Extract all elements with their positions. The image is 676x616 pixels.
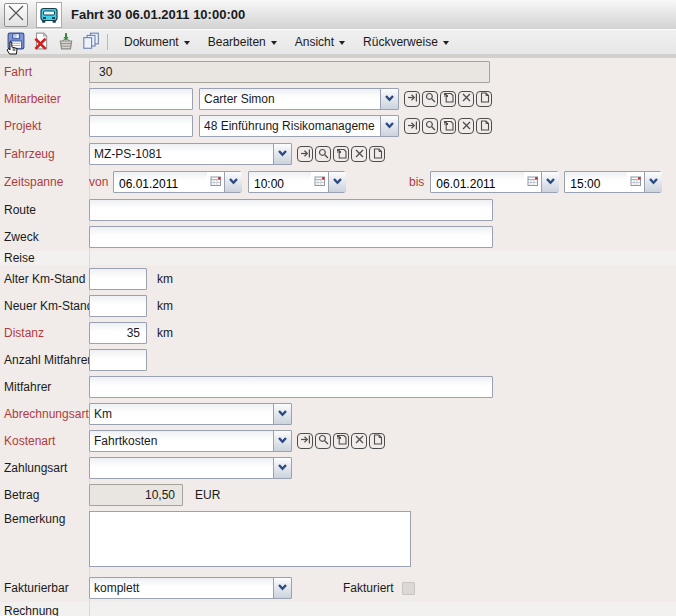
kostenart-combo-arrow[interactable] [273, 431, 291, 451]
menu-rueckverweise[interactable]: Rückverweise [363, 35, 449, 49]
bis-time-picker[interactable] [564, 171, 661, 193]
close-button[interactable] [4, 3, 28, 27]
calendar-icon-button[interactable] [524, 172, 541, 192]
copy-button[interactable] [78, 31, 103, 53]
mitarbeiter-combo-arrow[interactable] [380, 89, 398, 109]
copy-reference-button[interactable] [333, 146, 349, 162]
row-distanz: Distanz km [0, 319, 676, 346]
clear-button[interactable] [351, 146, 367, 162]
abrechnungsart-combo-arrow[interactable] [273, 404, 291, 424]
projekt-combo[interactable]: 48 Einführung Risikomanageme [199, 115, 399, 137]
mitarbeiter-lookup-buttons [404, 91, 494, 107]
chevron-down-icon [277, 407, 288, 421]
open-reference-button[interactable] [297, 146, 313, 162]
route-label: Route [4, 203, 89, 217]
chevron-down-icon [228, 175, 239, 189]
mouse-hand-cursor-icon [5, 41, 20, 59]
neuer-km-label: Neuer Km-Stand [4, 299, 89, 313]
bis-time-arrow[interactable] [644, 172, 662, 192]
menu-bearbeiten-label: Bearbeiten [208, 35, 266, 49]
chevron-down-icon [545, 175, 556, 189]
fahrzeug-lookup-buttons [297, 146, 387, 162]
fakturiert-checkbox[interactable] [402, 582, 415, 595]
search-button[interactable] [315, 146, 331, 162]
zweck-label: Zweck [4, 230, 89, 244]
von-date-picker[interactable] [113, 171, 241, 193]
fahrzeug-combo-arrow[interactable] [273, 144, 291, 164]
neuer-km-unit: km [157, 299, 173, 313]
menu-bearbeiten[interactable]: Bearbeiten [208, 35, 277, 49]
clear-button[interactable] [458, 91, 474, 107]
calendar-icon-button[interactable] [627, 172, 644, 192]
projekt-search-input[interactable] [89, 115, 193, 137]
fahrt-field [89, 61, 490, 83]
search-button[interactable] [422, 91, 438, 107]
row-abrechnungsart: Abrechnungsart Km [0, 400, 676, 427]
copy-reference-button[interactable] [333, 433, 349, 449]
open-reference-button[interactable] [404, 118, 420, 134]
basket-download-icon [57, 32, 75, 53]
checkin-button[interactable] [53, 31, 78, 53]
bemerkung-textarea[interactable] [89, 511, 411, 567]
zweck-input[interactable] [89, 226, 493, 248]
row-neuer-km: Neuer Km-Stand km [0, 292, 676, 319]
fahrzeug-combo[interactable]: MZ-PS-1081 [89, 143, 292, 165]
section-reise: Reise [0, 251, 676, 265]
new-record-button[interactable] [476, 118, 492, 134]
search-button[interactable] [422, 118, 438, 134]
von-time-input[interactable] [249, 172, 311, 192]
neuer-km-input[interactable] [89, 295, 147, 317]
fakturierbar-combo[interactable]: komplett [89, 577, 292, 599]
clear-button[interactable] [458, 118, 474, 134]
distanz-input[interactable] [89, 322, 147, 344]
row-bemerkung: Bemerkung [0, 508, 676, 574]
new-record-button[interactable] [369, 146, 385, 162]
kostenart-combo[interactable]: Fahrtkosten [89, 430, 292, 452]
zahlungsart-combo-arrow[interactable] [273, 458, 291, 478]
copy-reference-button[interactable] [440, 118, 456, 134]
calendar-icon-button[interactable] [207, 172, 224, 192]
anzahl-mitfahrer-input[interactable] [89, 349, 147, 371]
von-time-picker[interactable] [248, 171, 345, 193]
von-date-input[interactable] [114, 172, 207, 192]
alter-km-input[interactable] [89, 268, 147, 290]
menu-dokument[interactable]: Dokument [124, 35, 190, 49]
open-reference-button[interactable] [297, 433, 313, 449]
bis-date-input[interactable] [431, 172, 524, 192]
fahrt-label: Fahrt [4, 65, 89, 79]
bis-date-arrow[interactable] [541, 172, 559, 192]
open-reference-button[interactable] [404, 91, 420, 107]
menu-ansicht-label: Ansicht [295, 35, 334, 49]
bis-date-picker[interactable] [430, 171, 558, 193]
arrow-into-bar-icon [407, 119, 418, 134]
copy-reference-button[interactable] [440, 91, 456, 107]
delete-button[interactable] [28, 31, 53, 53]
fakturierbar-combo-arrow[interactable] [273, 578, 291, 598]
abrechnungsart-combo[interactable]: Km [89, 403, 292, 425]
distanz-label: Distanz [4, 326, 89, 340]
menu-ansicht[interactable]: Ansicht [295, 35, 345, 49]
clipboard-page-icon [443, 91, 454, 106]
route-input[interactable] [89, 199, 493, 221]
new-record-button[interactable] [476, 91, 492, 107]
clear-button[interactable] [351, 433, 367, 449]
projekt-combo-arrow[interactable] [380, 116, 398, 136]
fakturierbar-label: Fakturierbar [4, 581, 89, 595]
search-icon [425, 91, 436, 106]
von-time-arrow[interactable] [328, 172, 346, 192]
calendar-icon-button[interactable] [311, 172, 328, 192]
row-zahlungsart: Zahlungsart [0, 454, 676, 481]
new-record-button[interactable] [369, 433, 385, 449]
mitarbeiter-combo[interactable]: Carter Simon [199, 88, 399, 110]
search-button[interactable] [315, 433, 331, 449]
row-zweck: Zweck [0, 223, 676, 251]
mitarbeiter-search-input[interactable] [89, 88, 193, 110]
zahlungsart-combo[interactable] [89, 457, 292, 479]
zahlungsart-label: Zahlungsart [4, 461, 89, 475]
von-date-arrow[interactable] [224, 172, 242, 192]
bis-time-input[interactable] [565, 172, 627, 192]
save-button[interactable] [3, 31, 28, 53]
mitfahrer-input[interactable] [89, 376, 493, 398]
row-mitarbeiter: Mitarbeiter Carter Simon [0, 85, 676, 112]
von-label: von [89, 175, 113, 189]
